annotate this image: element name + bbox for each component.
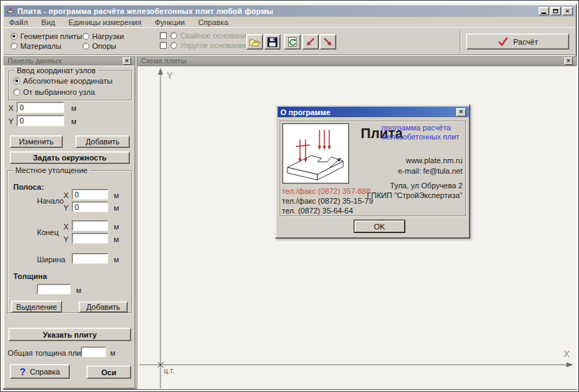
about-phone-1: тел./факс (0872) 357-888 — [282, 187, 370, 195]
foundation-option-elastic: Упругое основание — [160, 41, 248, 50]
unit-label: м — [114, 235, 119, 243]
mode-option-supports[interactable]: Опоры — [82, 42, 116, 50]
schema-panel-header: Схема плиты × — [137, 56, 577, 66]
unit-label: м — [71, 104, 77, 112]
about-email[interactable]: e-mail: fe@tula.net — [359, 167, 463, 175]
radio-absolute-coords[interactable] — [13, 77, 20, 84]
slab-illustration — [283, 123, 349, 183]
coords-option-absolute[interactable]: Абсолютные координаты — [13, 77, 112, 85]
about-subtitle: программа расчёта железобетонных плит — [382, 123, 464, 142]
unit-label: м — [114, 255, 119, 264]
unit-label: м — [114, 191, 119, 199]
menu-units[interactable]: Единицы измерения — [64, 17, 146, 27]
calc-button[interactable]: Расчёт — [466, 33, 569, 50]
width-label: Ширина — [37, 255, 66, 264]
ok-button[interactable]: OK — [354, 220, 405, 233]
coords-groupbox: Ввод координат узлов Абсолютные координа… — [8, 70, 132, 100]
data-panel-close-button[interactable]: × — [123, 57, 131, 65]
arrow-down-right-button[interactable] — [319, 34, 336, 50]
toolbar: Геометрия плиты Материалы Нагрузки Опоры… — [4, 27, 575, 55]
arrow-down-right-icon — [322, 36, 333, 47]
select-plate-button[interactable]: Указать плиту — [8, 328, 131, 341]
about-close-button[interactable]: × — [456, 108, 466, 116]
unit-label: м — [71, 117, 77, 126]
minimize-icon — [541, 13, 546, 14]
mode-option-materials[interactable]: Материалы — [10, 42, 61, 50]
refresh-button[interactable] — [284, 34, 301, 50]
thickness-input[interactable] — [37, 284, 70, 294]
y-coord-input[interactable] — [17, 115, 64, 126]
menu-view[interactable]: Вид — [37, 17, 59, 27]
thickening-groupbox: Местное утолщение Полоса: Начало X м Y м… — [7, 170, 132, 313]
window-controls: × — [537, 7, 573, 15]
x-label: X — [63, 191, 68, 199]
close-icon: × — [566, 58, 570, 64]
end-label: Конец — [37, 228, 59, 236]
total-thickness-label: Общая толщина плиты — [8, 349, 90, 357]
checkbox-pile-foundation[interactable] — [160, 32, 167, 39]
x-coord-input[interactable] — [17, 102, 64, 113]
origin-label: ц.т. — [164, 367, 174, 375]
minimize-button[interactable] — [539, 7, 549, 15]
coords-option-from-node[interactable]: От выбранного узла — [13, 88, 95, 96]
radio-geometry[interactable] — [10, 33, 17, 40]
change-button[interactable]: Изменить — [10, 135, 63, 148]
help-button[interactable]: ? Справка — [10, 364, 70, 379]
checkbox-elastic-foundation[interactable] — [160, 42, 167, 49]
radio-supports[interactable] — [82, 43, 89, 50]
set-circle-button[interactable]: Задать окружность — [10, 151, 130, 164]
menu-file[interactable]: Файл — [5, 17, 32, 27]
add-node-button[interactable]: Добавить — [75, 135, 130, 148]
unit-label: м — [114, 223, 119, 231]
about-address-line2: ГПКИП "СтройЭкспертиза" — [358, 191, 463, 199]
app-icon — [6, 7, 15, 15]
mode-option-loads[interactable]: Нагрузки — [82, 32, 124, 40]
restore-button[interactable] — [550, 7, 561, 15]
radio-elastic-foundation[interactable] — [170, 42, 177, 49]
close-button[interactable]: × — [562, 7, 573, 15]
axes-button[interactable]: Оси — [87, 365, 131, 379]
x-label: X — [63, 223, 68, 231]
radio-pile-foundation[interactable] — [170, 32, 177, 39]
open-folder-icon — [249, 37, 261, 47]
x-axis-label: X — [564, 349, 570, 359]
end-x-input[interactable] — [72, 220, 108, 231]
menu-help[interactable]: Справка — [194, 17, 232, 27]
schema-panel-close-button[interactable]: × — [564, 57, 573, 65]
about-dialog-titlebar[interactable]: О программе × — [278, 107, 469, 117]
application-screen: Плита - программа расчёта железобетонных… — [0, 0, 579, 392]
unit-label: м — [110, 349, 116, 357]
end-y-input[interactable] — [72, 233, 108, 243]
foundation-option-pile: Свайное основание — [160, 31, 250, 40]
schema-panel-title: Схема плиты — [141, 57, 187, 65]
total-thickness-input[interactable] — [81, 347, 106, 357]
about-website[interactable]: www.plate.nm.ru — [359, 156, 463, 165]
unit-label: м — [114, 204, 119, 212]
arrow-down-left-button[interactable] — [302, 34, 319, 50]
unit-label: м — [76, 286, 82, 294]
width-input[interactable] — [72, 253, 108, 264]
y-coord-label: Y — [8, 117, 13, 126]
about-phone-3: тел. (0872) 35-64-64 — [282, 206, 353, 215]
save-button[interactable] — [264, 34, 280, 50]
thickness-label: Толщина — [13, 272, 47, 280]
close-icon: × — [125, 58, 128, 64]
radio-from-node[interactable] — [13, 89, 20, 96]
open-file-button[interactable] — [246, 34, 263, 50]
restore-icon — [553, 9, 558, 13]
title-bar[interactable]: Плита - программа расчёта железобетонных… — [4, 6, 575, 17]
toolbar-separator — [460, 31, 461, 53]
selection-button[interactable]: Выделение — [11, 301, 62, 312]
mode-option-geometry[interactable]: Геометрия плиты — [10, 32, 82, 40]
menu-bar: Файл Вид Единицы измерения Функции Справ… — [5, 17, 493, 27]
add-strip-button[interactable]: Добавить — [79, 301, 128, 312]
radio-materials[interactable] — [10, 43, 17, 50]
radio-loads[interactable] — [82, 33, 89, 40]
start-x-input[interactable] — [72, 189, 108, 199]
slab-drawing-icon — [283, 124, 348, 183]
y-axis-label: Y — [167, 70, 173, 81]
about-dialog-title: О программе — [280, 108, 331, 116]
strip-label: Полоса: — [13, 183, 44, 191]
menu-functions[interactable]: Функции — [151, 17, 189, 27]
start-y-input[interactable] — [72, 202, 108, 212]
